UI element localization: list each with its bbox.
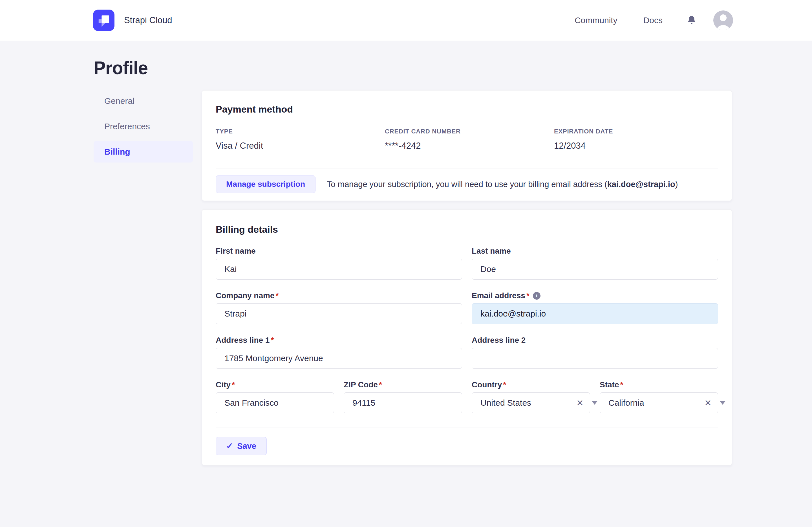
- country-group: Country* United States ✕: [472, 380, 590, 413]
- payment-type-value: Visa / Credit: [216, 141, 385, 151]
- payment-type-label: TYPE: [216, 128, 385, 135]
- profile-page: Profile General Preferences Billing Paym…: [0, 41, 812, 466]
- email-group: Email address*i: [472, 291, 718, 324]
- required-asterisk: *: [503, 380, 506, 389]
- state-value: California: [608, 398, 644, 408]
- country-clear-icon[interactable]: ✕: [576, 399, 584, 408]
- required-asterisk: *: [271, 336, 274, 345]
- payment-type-field: TYPE Visa / Credit: [216, 128, 385, 151]
- sidebar-item-preferences[interactable]: Preferences: [93, 116, 193, 137]
- company-name-group: Company name*: [216, 291, 462, 324]
- city-label-text: City: [216, 380, 231, 389]
- email-label-text: Email address: [472, 291, 525, 300]
- first-name-label-text: First name: [216, 246, 256, 256]
- brand-name: Strapi Cloud: [124, 15, 172, 25]
- required-asterisk: *: [232, 380, 235, 389]
- last-name-group: Last name: [472, 246, 718, 280]
- city-input[interactable]: [216, 393, 334, 413]
- zip-code-label-text: ZIP Code: [344, 380, 378, 389]
- page-title: Profile: [93, 58, 732, 79]
- payment-method-title: Payment method: [216, 103, 718, 115]
- brand-logo[interactable]: Strapi Cloud: [93, 10, 172, 31]
- card-number-label: CREDIT CARD NUMBER: [385, 128, 554, 135]
- required-asterisk: *: [379, 380, 382, 389]
- country-value: United States: [480, 398, 531, 408]
- company-name-label-text: Company name: [216, 291, 275, 300]
- expiration-field: EXPIRATION DATE 12/2034: [554, 128, 718, 151]
- notifications-button[interactable]: [686, 15, 697, 26]
- subscription-note-close: ): [675, 180, 678, 189]
- last-name-label-text: Last name: [472, 246, 511, 256]
- email-input: [472, 303, 718, 324]
- state-clear-icon[interactable]: ✕: [704, 399, 712, 408]
- address-line2-group: Address line 2: [472, 336, 718, 369]
- save-button-label: Save: [237, 442, 256, 451]
- address-line1-group: Address line 1*: [216, 336, 462, 369]
- nav-link-docs[interactable]: Docs: [643, 15, 663, 25]
- subscription-note: To manage your subscription, you will ne…: [327, 180, 678, 189]
- expiration-value: 12/2034: [554, 141, 718, 151]
- header-nav: Community Docs: [549, 11, 733, 30]
- check-icon: ✓: [226, 442, 233, 450]
- billing-email-text: kai.doe@strapi.io: [607, 180, 675, 189]
- person-icon: [713, 11, 733, 30]
- expiration-label: EXPIRATION DATE: [554, 128, 718, 135]
- app-header: Strapi Cloud Community Docs: [0, 0, 812, 41]
- save-button[interactable]: ✓ Save: [216, 437, 267, 455]
- profile-nav: General Preferences Billing: [93, 90, 193, 167]
- required-asterisk: *: [526, 291, 530, 300]
- subscription-note-text: To manage your subscription, you will ne…: [327, 180, 607, 189]
- address-line2-input[interactable]: [472, 348, 718, 369]
- company-name-input[interactable]: [216, 303, 462, 324]
- user-menu-avatar[interactable]: [713, 11, 733, 30]
- sidebar-item-general[interactable]: General: [93, 90, 193, 112]
- zip-code-input[interactable]: [344, 393, 462, 413]
- last-name-input[interactable]: [472, 259, 718, 280]
- billing-card-divider: [216, 427, 718, 427]
- state-label-text: State: [600, 380, 619, 389]
- zip-code-group: ZIP Code*: [344, 380, 462, 413]
- address-line2-label: Address line 2: [472, 336, 718, 345]
- country-select[interactable]: United States ✕: [472, 393, 590, 413]
- last-name-label: Last name: [472, 246, 718, 256]
- first-name-label: First name: [216, 246, 462, 256]
- country-caret-icon[interactable]: [592, 401, 597, 405]
- nav-link-community[interactable]: Community: [575, 15, 618, 25]
- address-line2-label-text: Address line 2: [472, 336, 525, 345]
- state-select[interactable]: California ✕: [600, 393, 718, 413]
- email-label: Email address*i: [472, 291, 718, 300]
- card-number-field: CREDIT CARD NUMBER ****-4242: [385, 128, 554, 151]
- city-group: City*: [216, 380, 334, 413]
- company-name-label: Company name*: [216, 291, 462, 300]
- first-name-input[interactable]: [216, 259, 462, 280]
- state-label: State*: [600, 380, 718, 389]
- state-caret-icon[interactable]: [720, 401, 725, 405]
- country-label: Country*: [472, 380, 590, 389]
- country-label-text: Country: [472, 380, 502, 389]
- billing-details-card: Billing details First name Last name Com…: [202, 209, 732, 466]
- strapi-logo-icon: [93, 10, 115, 31]
- address-line1-input[interactable]: [216, 348, 462, 369]
- bell-icon: [686, 15, 697, 26]
- zip-code-label: ZIP Code*: [344, 380, 462, 389]
- card-number-value: ****-4242: [385, 141, 554, 151]
- first-name-group: First name: [216, 246, 462, 280]
- info-icon: i: [533, 292, 540, 300]
- city-label: City*: [216, 380, 334, 389]
- billing-details-title: Billing details: [216, 224, 718, 235]
- sidebar-item-billing[interactable]: Billing: [93, 141, 193, 162]
- state-group: State* California ✕: [600, 380, 718, 413]
- required-asterisk: *: [620, 380, 623, 389]
- address-line1-label: Address line 1*: [216, 336, 462, 345]
- manage-subscription-button[interactable]: Manage subscription: [216, 175, 316, 193]
- payment-method-card: Payment method TYPE Visa / Credit CREDIT…: [202, 90, 732, 201]
- address-line1-label-text: Address line 1: [216, 336, 270, 345]
- required-asterisk: *: [276, 291, 279, 300]
